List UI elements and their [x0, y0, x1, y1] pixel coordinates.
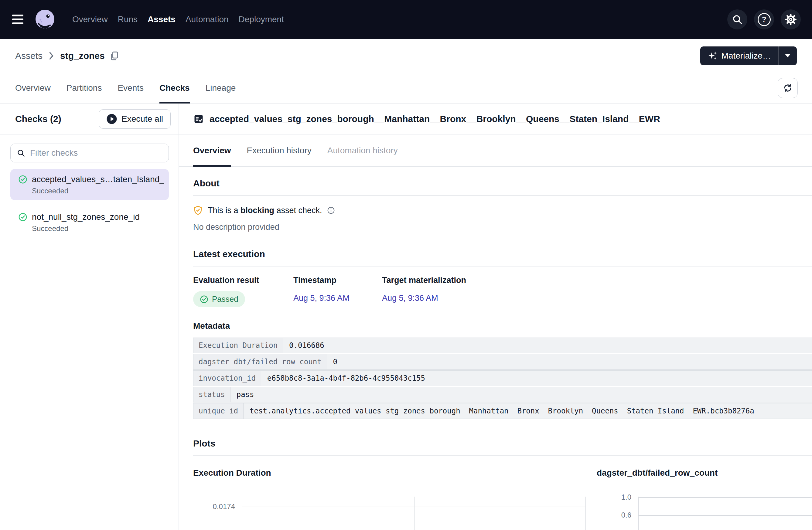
- asset-header: Assets stg_zones Materialize…: [0, 39, 812, 73]
- check-name-title: accepted_values_stg_zones_borough__Manha…: [209, 114, 660, 124]
- tab-execution-history[interactable]: Execution history: [247, 134, 311, 166]
- section-divider: [193, 266, 812, 266]
- check-list-item-accepted-values[interactable]: accepted_values_s…taten_Island_ Succeede…: [10, 169, 169, 200]
- breadcrumb-current-asset: stg_zones: [60, 51, 105, 61]
- table-row: Execution Duration 0.016686: [193, 338, 812, 353]
- tab-check-overview[interactable]: Overview: [193, 134, 231, 166]
- check-detail-panel: accepted_values_stg_zones_borough__Manha…: [179, 104, 812, 530]
- nav-icon-buttons: ?: [727, 10, 801, 29]
- execution-duration-chart: Execution Duration 0.0174: [193, 468, 586, 530]
- chevron-right-icon: [48, 51, 55, 60]
- nav-item-deployment[interactable]: Deployment: [239, 15, 284, 24]
- checks-sidebar-header: Checks (2) Execute all: [0, 104, 178, 134]
- metadata-key: status: [193, 387, 231, 402]
- execute-all-button[interactable]: Execute all: [99, 109, 171, 129]
- help-button[interactable]: ?: [754, 10, 774, 29]
- metadata-key: invocation_id: [193, 371, 261, 386]
- check-detail-header: accepted_values_stg_zones_borough__Manha…: [179, 104, 812, 134]
- tab-events[interactable]: Events: [117, 73, 144, 103]
- check-item-status: Succeeded: [32, 224, 164, 233]
- table-row: invocation_id e658b8c8-3a1a-4b4f-82b6-4c…: [193, 370, 812, 386]
- play-circle-icon: [106, 114, 117, 124]
- section-divider: [193, 195, 812, 196]
- chart-title: dagster_dbt/failed_row_count: [597, 468, 812, 478]
- checks-list: accepted_values_s…taten_Island_ Succeede…: [0, 134, 178, 238]
- sparkle-icon: [708, 51, 717, 61]
- y-axis-tick: 0.6: [597, 511, 631, 519]
- column-header-target-materialization: Target materialization: [382, 276, 466, 285]
- refresh-button[interactable]: [778, 78, 798, 98]
- tab-partitions[interactable]: Partitions: [67, 73, 102, 103]
- section-divider: [193, 455, 812, 456]
- dagster-logo[interactable]: [33, 8, 57, 31]
- breadcrumb-assets-link[interactable]: Assets: [15, 51, 43, 61]
- metadata-heading: Metadata: [193, 321, 812, 331]
- nav-item-automation[interactable]: Automation: [186, 15, 229, 24]
- table-row: dagster_dbt/failed_row_count 0: [193, 354, 812, 370]
- search-button[interactable]: [727, 10, 747, 29]
- table-row: unique_id test.analytics.accepted_values…: [193, 403, 812, 419]
- table-row: status pass: [193, 387, 812, 402]
- nav-item-overview[interactable]: Overview: [72, 15, 108, 24]
- metadata-key: unique_id: [193, 403, 244, 418]
- plots-row: Execution Duration 0.0174 da: [193, 468, 812, 530]
- checks-sidebar: Checks (2) Execute all: [0, 104, 179, 530]
- metadata-value: test.analytics.accepted_values_stg_zones…: [244, 403, 812, 418]
- metadata-value: 0: [327, 354, 812, 369]
- check-success-icon: [18, 175, 27, 184]
- caret-down-icon: [785, 54, 791, 57]
- checklist-icon: [193, 114, 204, 124]
- blocking-text: This is a blocking asset check.: [208, 206, 322, 215]
- target-materialization-link[interactable]: Aug 5, 9:36 AM: [382, 294, 438, 303]
- materialize-dropdown-button[interactable]: [778, 46, 797, 65]
- latest-execution-heading: Latest execution: [193, 249, 812, 259]
- info-icon[interactable]: [327, 206, 335, 214]
- workspace: Checks (2) Execute all: [0, 104, 812, 530]
- check-item-name: not_null_stg_zones_zone_id: [32, 212, 164, 222]
- metadata-table: Execution Duration 0.016686 dagster_dbt/…: [193, 338, 812, 419]
- dagster-app: Overview Runs Assets Automation Deployme…: [0, 0, 812, 530]
- materialize-button[interactable]: Materialize…: [700, 46, 778, 65]
- y-axis-tick: 0.0174: [193, 502, 235, 511]
- filter-checks-box: [10, 144, 169, 162]
- refresh-icon: [783, 83, 793, 93]
- search-icon: [732, 14, 743, 25]
- tab-lineage[interactable]: Lineage: [206, 73, 236, 103]
- chart-plot-area: [638, 497, 812, 530]
- filter-search-icon: [17, 149, 25, 157]
- check-detail-tabs: Overview Execution history Automation hi…: [179, 134, 812, 167]
- tab-checks[interactable]: Checks: [159, 73, 190, 103]
- timestamp-link[interactable]: Aug 5, 9:36 AM: [293, 294, 349, 303]
- nav-item-runs[interactable]: Runs: [118, 15, 137, 24]
- passed-check-icon: [200, 295, 208, 304]
- metadata-value: 0.016686: [283, 338, 812, 353]
- copy-icon[interactable]: [110, 51, 119, 61]
- metadata-key: dagster_dbt/failed_row_count: [193, 354, 327, 369]
- tab-automation-history[interactable]: Automation history: [327, 134, 398, 166]
- chart-title: Execution Duration: [193, 468, 586, 478]
- filter-checks-input[interactable]: [29, 148, 162, 158]
- settings-button[interactable]: [781, 10, 801, 29]
- failed-row-count-chart: dagster_dbt/failed_row_count 1.0 0.6: [597, 468, 812, 530]
- tab-overview[interactable]: Overview: [15, 73, 51, 103]
- execute-all-label: Execute all: [121, 114, 163, 124]
- chart-plot-area: [242, 497, 586, 530]
- check-success-icon: [18, 212, 27, 222]
- checks-count-title: Checks (2): [15, 114, 61, 124]
- asset-tabs: Overview Partitions Events Checks Lineag…: [0, 73, 812, 104]
- check-list-item-not-null[interactable]: not_null_stg_zones_zone_id Succeeded: [10, 207, 169, 238]
- status-badge: Passed: [193, 291, 245, 307]
- about-heading: About: [193, 178, 812, 189]
- check-detail-content: About This is a blocking asset check. No…: [179, 167, 812, 530]
- y-axis-tick: 1.0: [597, 493, 631, 501]
- metadata-value: pass: [231, 387, 812, 402]
- plots-heading: Plots: [193, 438, 812, 448]
- check-item-name: accepted_values_s…taten_Island_: [32, 175, 164, 184]
- top-nav: Overview Runs Assets Automation Deployme…: [0, 0, 812, 39]
- latest-execution-grid: Evaluation result Passed Timestamp: [193, 276, 812, 307]
- column-header-timestamp: Timestamp: [293, 276, 382, 285]
- check-description: No description provided: [193, 222, 812, 232]
- menu-icon[interactable]: [12, 11, 29, 28]
- materialize-label: Materialize…: [722, 51, 771, 61]
- nav-item-assets[interactable]: Assets: [148, 15, 175, 24]
